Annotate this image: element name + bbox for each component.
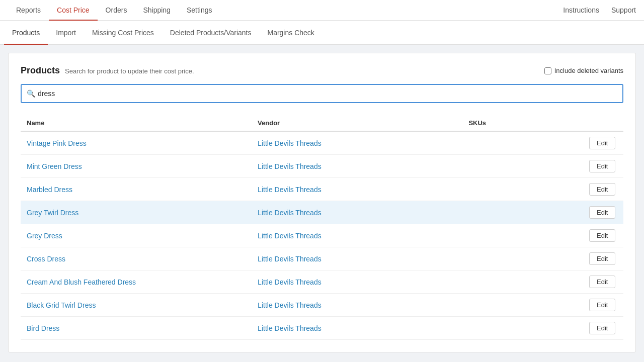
cell-vendor: Little Devils Threads xyxy=(252,317,462,340)
vendor-link[interactable]: Little Devils Threads xyxy=(258,162,321,170)
nav-item-cost-price[interactable]: Cost Price xyxy=(49,0,98,21)
cell-skus xyxy=(462,247,583,270)
cell-action: Edit xyxy=(583,247,623,270)
cell-vendor: Little Devils Threads xyxy=(252,270,462,294)
vendor-link[interactable]: Little Devils Threads xyxy=(258,324,321,332)
search-input[interactable] xyxy=(21,84,623,103)
vendor-link[interactable]: Little Devils Threads xyxy=(258,209,321,217)
cell-name: Mint Green Dress xyxy=(21,155,252,178)
vendor-link[interactable]: Little Devils Threads xyxy=(258,278,321,286)
edit-button[interactable]: Edit xyxy=(589,299,615,311)
page-title: Products xyxy=(21,65,60,76)
vendor-link[interactable]: Little Devils Threads xyxy=(258,186,321,194)
table-row: Mint Green Dress Little Devils Threads E… xyxy=(21,155,623,178)
cell-skus xyxy=(462,224,583,247)
product-link[interactable]: Cream And Blush Feathered Dress xyxy=(27,278,136,286)
table-row: Marbled Dress Little Devils Threads Edit xyxy=(21,178,623,201)
cell-skus xyxy=(462,131,583,155)
edit-button[interactable]: Edit xyxy=(589,276,615,288)
cell-vendor: Little Devils Threads xyxy=(252,247,462,270)
main-wrapper: Products Search for product to update th… xyxy=(0,53,644,360)
edit-button[interactable]: Edit xyxy=(589,252,615,265)
cell-name: Vintage Pink Dress xyxy=(21,131,252,155)
cell-skus xyxy=(462,155,583,178)
vendor-link[interactable]: Little Devils Threads xyxy=(258,139,321,147)
product-link[interactable]: Grey Twirl Dress xyxy=(27,209,78,217)
cell-action: Edit xyxy=(583,294,623,317)
products-table: Name Vendor SKUs Vintage Pink Dress Litt… xyxy=(21,115,623,340)
include-deleted-label: Include deleted variants xyxy=(554,67,623,74)
table-row: Black Grid Twirl Dress Little Devils Thr… xyxy=(21,294,623,317)
cell-action: Edit xyxy=(583,224,623,247)
cell-name: Grey Dress xyxy=(21,224,252,247)
cell-action: Edit xyxy=(583,155,623,178)
top-nav-right: Instructions Support xyxy=(563,6,636,14)
edit-button[interactable]: Edit xyxy=(589,160,615,172)
edit-button[interactable]: Edit xyxy=(589,206,615,219)
page-title-left: Products Search for product to update th… xyxy=(21,65,194,76)
cell-action: Edit xyxy=(583,201,623,224)
product-link[interactable]: Bird Dress xyxy=(27,324,59,332)
cell-vendor: Little Devils Threads xyxy=(252,155,462,178)
col-header-skus: SKUs xyxy=(462,115,583,131)
edit-button[interactable]: Edit xyxy=(589,137,615,149)
product-link[interactable]: Grey Dress xyxy=(27,232,62,240)
col-header-action xyxy=(583,115,623,131)
cell-skus xyxy=(462,317,583,340)
table-row: Grey Dress Little Devils Threads Edit xyxy=(21,224,623,247)
search-wrapper: 🔍 xyxy=(21,84,623,103)
cell-name: Cross Dress xyxy=(21,247,252,270)
nav-item-settings[interactable]: Settings xyxy=(179,0,220,21)
tab-deleted-products[interactable]: Deleted Products/Variants xyxy=(162,21,260,45)
nav-item-reports[interactable]: Reports xyxy=(8,0,49,21)
nav-item-instructions[interactable]: Instructions xyxy=(563,6,599,14)
top-nav: Reports Cost Price Orders Shipping Setti… xyxy=(0,0,644,21)
vendor-link[interactable]: Little Devils Threads xyxy=(258,301,321,309)
table-row: Grey Twirl Dress Little Devils Threads E… xyxy=(21,201,623,224)
page-subtitle: Search for product to update their cost … xyxy=(65,67,194,75)
cell-vendor: Little Devils Threads xyxy=(252,178,462,201)
cell-vendor: Little Devils Threads xyxy=(252,224,462,247)
cell-name: Grey Twirl Dress xyxy=(21,201,252,224)
nav-item-orders[interactable]: Orders xyxy=(98,0,135,21)
cell-action: Edit xyxy=(583,131,623,155)
cell-action: Edit xyxy=(583,270,623,294)
cell-skus xyxy=(462,270,583,294)
product-link[interactable]: Mint Green Dress xyxy=(27,162,82,170)
col-header-vendor: Vendor xyxy=(252,115,462,131)
include-deleted-wrapper: Include deleted variants xyxy=(544,67,623,74)
tab-margins-check[interactable]: Margins Check xyxy=(259,21,322,45)
include-deleted-checkbox[interactable] xyxy=(544,67,551,74)
edit-button[interactable]: Edit xyxy=(589,322,615,334)
cell-name: Bird Dress xyxy=(21,317,252,340)
product-link[interactable]: Black Grid Twirl Dress xyxy=(27,301,96,309)
cell-vendor: Little Devils Threads xyxy=(252,201,462,224)
cell-name: Cream And Blush Feathered Dress xyxy=(21,270,252,294)
vendor-link[interactable]: Little Devils Threads xyxy=(258,232,321,240)
tab-import[interactable]: Import xyxy=(48,21,84,45)
cell-name: Black Grid Twirl Dress xyxy=(21,294,252,317)
product-link[interactable]: Vintage Pink Dress xyxy=(27,139,87,147)
product-link[interactable]: Marbled Dress xyxy=(27,186,72,194)
table-row: Bird Dress Little Devils Threads Edit xyxy=(21,317,623,340)
nav-item-shipping[interactable]: Shipping xyxy=(135,0,179,21)
edit-button[interactable]: Edit xyxy=(589,183,615,196)
table-header-row: Name Vendor SKUs xyxy=(21,115,623,131)
nav-item-support[interactable]: Support xyxy=(611,6,636,14)
tab-products[interactable]: Products xyxy=(4,21,48,45)
col-header-name: Name xyxy=(21,115,252,131)
search-icon: 🔍 xyxy=(27,89,35,98)
cell-vendor: Little Devils Threads xyxy=(252,131,462,155)
cell-skus xyxy=(462,178,583,201)
page-title-row: Products Search for product to update th… xyxy=(21,65,623,76)
table-row: Cross Dress Little Devils Threads Edit xyxy=(21,247,623,270)
table-row: Cream And Blush Feathered Dress Little D… xyxy=(21,270,623,294)
edit-button[interactable]: Edit xyxy=(589,229,615,242)
top-nav-left: Reports Cost Price Orders Shipping Setti… xyxy=(8,0,563,21)
vendor-link[interactable]: Little Devils Threads xyxy=(258,255,321,263)
page-title-right: Include deleted variants xyxy=(544,67,623,74)
product-link[interactable]: Cross Dress xyxy=(27,255,65,263)
cell-skus xyxy=(462,201,583,224)
sub-tabs: Products Import Missing Cost Prices Dele… xyxy=(0,21,644,45)
tab-missing-cost-prices[interactable]: Missing Cost Prices xyxy=(84,21,162,45)
